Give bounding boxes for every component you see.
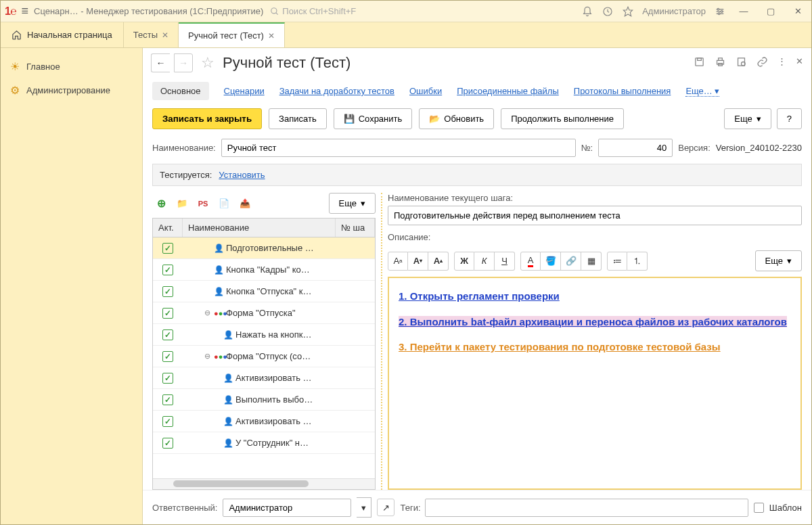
history-icon[interactable] bbox=[602, 5, 614, 18]
search-box[interactable]: Поиск Ctrl+Shift+F bbox=[270, 6, 356, 16]
tree-toggle-icon[interactable]: ⊖ bbox=[203, 309, 211, 317]
save-icon[interactable] bbox=[694, 56, 705, 70]
active-checkbox[interactable]: ✓ bbox=[162, 416, 173, 427]
active-checkbox[interactable]: ✓ bbox=[162, 265, 173, 275]
continue-button[interactable]: Продолжить выполнение bbox=[501, 108, 624, 129]
active-checkbox[interactable]: ✓ bbox=[162, 286, 173, 297]
close-button[interactable]: ✕ bbox=[788, 5, 807, 18]
table-row[interactable]: ✓👤У "Сотрудник" н… bbox=[153, 432, 375, 454]
user-label[interactable]: Администратор bbox=[642, 6, 706, 16]
minimize-button[interactable]: — bbox=[734, 5, 753, 18]
settings-icon[interactable] bbox=[714, 5, 726, 18]
ps-button[interactable]: PS bbox=[194, 195, 212, 212]
image-insert-icon[interactable]: ▦ bbox=[581, 252, 602, 271]
add-folder-button[interactable]: 📁 bbox=[173, 195, 191, 212]
active-checkbox[interactable]: ✓ bbox=[162, 394, 173, 405]
link-icon[interactable] bbox=[757, 56, 768, 70]
table-row[interactable]: ✓👤Подготовительные … bbox=[153, 237, 375, 259]
font-size-icon[interactable]: Aa bbox=[388, 252, 408, 271]
bell-icon[interactable] bbox=[581, 5, 593, 18]
help-button[interactable]: ? bbox=[777, 108, 802, 129]
font-inc-icon[interactable]: A▴ bbox=[428, 252, 449, 271]
print-icon[interactable] bbox=[715, 56, 726, 70]
responsible-input[interactable] bbox=[223, 499, 351, 517]
responsible-dropdown[interactable]: ▾ bbox=[357, 497, 371, 518]
active-checkbox[interactable]: ✓ bbox=[162, 438, 173, 449]
col-step-num[interactable]: № ша bbox=[336, 219, 375, 237]
table-row[interactable]: ✓👤Кнопка "Кадры" ко… bbox=[153, 259, 375, 281]
num-input[interactable] bbox=[598, 139, 673, 157]
active-checkbox[interactable]: ✓ bbox=[162, 308, 173, 319]
nav-forward-button[interactable]: → bbox=[174, 53, 193, 72]
font-color-icon[interactable]: A bbox=[520, 252, 541, 271]
open-responsible-button[interactable]: ↗ bbox=[377, 499, 394, 516]
grid-header: Акт. Наименование № ша bbox=[153, 219, 375, 237]
sidebar-item-main[interactable]: ☀ Главное bbox=[1, 55, 142, 78]
page-header: ← → ☆ Ручной тест (Тест) ⋮ ✕ bbox=[143, 48, 811, 78]
maximize-button[interactable]: ▢ bbox=[761, 5, 780, 18]
save-button[interactable]: Записать bbox=[269, 108, 327, 129]
tab-home[interactable]: Начальная страница bbox=[1, 22, 123, 47]
close-page-icon[interactable]: ✕ bbox=[796, 56, 803, 70]
list-number-icon[interactable]: ⒈ bbox=[627, 252, 648, 271]
link-protocols[interactable]: Протоколы выполнения bbox=[574, 86, 671, 96]
table-row[interactable]: ✓👤Выполнить выбо… bbox=[153, 389, 375, 411]
underline-icon[interactable]: Ч bbox=[495, 252, 515, 271]
report-icon[interactable] bbox=[736, 56, 747, 70]
tab-close-icon[interactable]: ✕ bbox=[268, 31, 275, 41]
table-row[interactable]: ✓👤Нажать на кнопк… bbox=[153, 324, 375, 346]
steps-more-button[interactable]: Еще ▾ bbox=[329, 193, 376, 214]
active-checkbox[interactable]: ✓ bbox=[162, 351, 173, 362]
step-name-input[interactable] bbox=[388, 206, 802, 225]
linkbar-main[interactable]: Основное bbox=[152, 82, 209, 100]
bg-color-icon[interactable]: 🪣 bbox=[541, 252, 561, 271]
link-scenarios[interactable]: Сценарии bbox=[224, 86, 265, 96]
table-row[interactable]: ✓👤Кнопка "Отпуска" к… bbox=[153, 281, 375, 302]
nav-back-button[interactable]: ← bbox=[151, 53, 170, 72]
link-insert-icon[interactable]: 🔗 bbox=[561, 252, 581, 271]
more-button[interactable]: Еще ▾ bbox=[724, 108, 771, 129]
sidebar-item-admin[interactable]: ⚙ Администрирование bbox=[1, 78, 142, 102]
link-files[interactable]: Присоединенные файлы bbox=[457, 86, 559, 96]
active-checkbox[interactable]: ✓ bbox=[162, 329, 173, 340]
star-icon[interactable] bbox=[622, 5, 634, 18]
save-file-button[interactable]: 💾Сохранить bbox=[334, 108, 413, 129]
add-step-button[interactable]: 📄 bbox=[215, 195, 233, 212]
table-row[interactable]: ✓👤Активизировать … bbox=[153, 367, 375, 389]
link-more[interactable]: Еще… ▾ bbox=[685, 86, 719, 97]
tab-manual-test[interactable]: Ручной тест (Тест) ✕ bbox=[179, 22, 285, 47]
save-close-button[interactable]: Записать и закрыть bbox=[152, 108, 262, 129]
more-icon[interactable]: ⋮ bbox=[777, 56, 786, 70]
col-active[interactable]: Акт. bbox=[153, 219, 183, 237]
favorite-icon[interactable]: ☆ bbox=[201, 54, 215, 72]
editor-line2[interactable]: 2. Выполнить bat-файл архивации и перено… bbox=[399, 316, 787, 327]
list-bullet-icon[interactable]: ≔ bbox=[607, 252, 627, 271]
active-checkbox[interactable]: ✓ bbox=[162, 243, 173, 254]
tree-toggle-icon[interactable]: ⊖ bbox=[203, 352, 211, 361]
link-tasks[interactable]: Задачи на доработку тестов bbox=[279, 86, 394, 96]
tags-input[interactable] bbox=[425, 499, 748, 517]
table-row[interactable]: ✓⊖●●●Форма "Отпуск (со… bbox=[153, 346, 375, 367]
bold-icon[interactable]: Ж bbox=[454, 252, 474, 271]
italic-icon[interactable]: К bbox=[474, 252, 495, 271]
editor-line1[interactable]: 1. Открыть регламент проверки bbox=[399, 290, 560, 302]
template-checkbox[interactable] bbox=[754, 503, 764, 513]
font-dec-icon[interactable]: A▾ bbox=[408, 252, 428, 271]
tested-link[interactable]: Установить bbox=[219, 170, 265, 180]
table-row[interactable]: ✓⊖●●●Форма "Отпуска" bbox=[153, 302, 375, 324]
editor-line3[interactable]: 3. Перейти к пакету тестирования по подг… bbox=[399, 341, 721, 352]
add-button[interactable]: ⊕ bbox=[152, 195, 170, 212]
refresh-steps-button[interactable]: 📤 bbox=[236, 195, 254, 212]
editor-more-button[interactable]: Еще ▾ bbox=[755, 250, 802, 271]
refresh-button[interactable]: 📂Обновить bbox=[419, 108, 494, 129]
name-input[interactable] bbox=[221, 139, 576, 157]
col-name[interactable]: Наименование bbox=[183, 219, 336, 237]
rich-editor[interactable]: 1. Открыть регламент проверки 2. Выполни… bbox=[388, 277, 802, 490]
table-row[interactable]: ✓👤Активизировать … bbox=[153, 411, 375, 432]
link-errors[interactable]: Ошибки bbox=[409, 86, 442, 96]
grid-hscrollbar[interactable] bbox=[153, 478, 375, 489]
hamburger-icon[interactable]: ≡ bbox=[22, 4, 29, 18]
tab-tests[interactable]: Тесты ✕ bbox=[123, 22, 179, 47]
active-checkbox[interactable]: ✓ bbox=[162, 373, 173, 384]
tab-close-icon[interactable]: ✕ bbox=[162, 30, 168, 40]
